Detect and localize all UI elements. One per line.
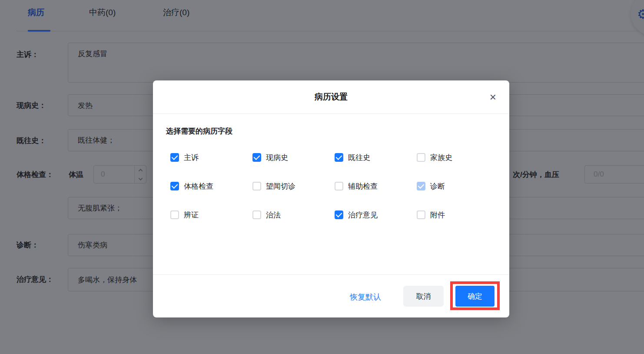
checkbox-icon[interactable]: [252, 153, 261, 162]
checkbox-icon[interactable]: [170, 153, 179, 162]
close-icon[interactable]: ×: [488, 90, 498, 104]
checkbox-label: 治法: [266, 210, 281, 220]
cancel-button[interactable]: 取消: [403, 286, 444, 307]
checkbox-label: 治疗意见: [348, 210, 378, 220]
field-checkbox-item[interactable]: 辨证: [170, 210, 252, 220]
checkbox-label: 家族史: [430, 153, 452, 163]
checkbox-icon[interactable]: [417, 210, 425, 219]
modal-title: 病历设置: [315, 91, 348, 103]
checkbox-icon[interactable]: [335, 182, 343, 190]
modal-header: 病历设置 ×: [153, 80, 509, 114]
field-checkbox-item[interactable]: 既往史: [335, 153, 417, 162]
field-checkbox-grid: 主诉 现病史 既往史 家族史 体格检查 望闻切诊 辅助检查 诊断 辨证 治法 治: [170, 153, 499, 220]
checkbox-label: 附件: [430, 210, 445, 220]
field-checkbox-item[interactable]: 治法: [252, 210, 335, 220]
field-checkbox-item[interactable]: 现病史: [252, 153, 335, 162]
checkbox-label: 主诉: [184, 153, 199, 163]
checkbox-label: 望闻切诊: [266, 181, 295, 191]
field-checkbox-item[interactable]: 治疗意见: [335, 210, 417, 220]
field-checkbox-item[interactable]: 体格检查: [170, 181, 252, 191]
checkbox-label: 体格检查: [184, 181, 213, 191]
checkbox-icon[interactable]: [417, 182, 425, 190]
confirm-button[interactable]: 确定: [455, 286, 495, 307]
field-checkbox-item[interactable]: 附件: [417, 210, 499, 220]
section-heading: 选择需要的病历字段: [166, 126, 232, 136]
checkbox-icon[interactable]: [335, 210, 343, 219]
footer-divider: [153, 274, 509, 275]
checkbox-icon[interactable]: [335, 153, 343, 162]
checkbox-label: 辅助检查: [348, 181, 378, 191]
record-settings-modal: 病历设置 × 选择需要的病历字段 主诉 现病史 既往史 家族史 体格检查 望闻切…: [153, 80, 509, 317]
field-checkbox-item[interactable]: 望闻切诊: [252, 181, 335, 191]
checkbox-label: 既往史: [348, 153, 370, 163]
checkbox-icon[interactable]: [252, 182, 261, 190]
checkbox-label: 现病史: [266, 153, 288, 163]
checkbox-label: 辨证: [184, 210, 199, 220]
checkbox-icon[interactable]: [417, 153, 425, 162]
field-checkbox-item[interactable]: 家族史: [417, 153, 499, 162]
field-checkbox-item[interactable]: 辅助检查: [335, 181, 417, 191]
field-checkbox-item[interactable]: 诊断: [417, 181, 499, 191]
checkbox-icon[interactable]: [170, 210, 179, 219]
restore-default-button[interactable]: 恢复默认: [350, 292, 381, 302]
checkbox-icon[interactable]: [252, 210, 261, 219]
checkbox-label: 诊断: [430, 181, 445, 191]
checkbox-icon[interactable]: [170, 182, 179, 190]
field-checkbox-item[interactable]: 主诉: [170, 153, 252, 162]
